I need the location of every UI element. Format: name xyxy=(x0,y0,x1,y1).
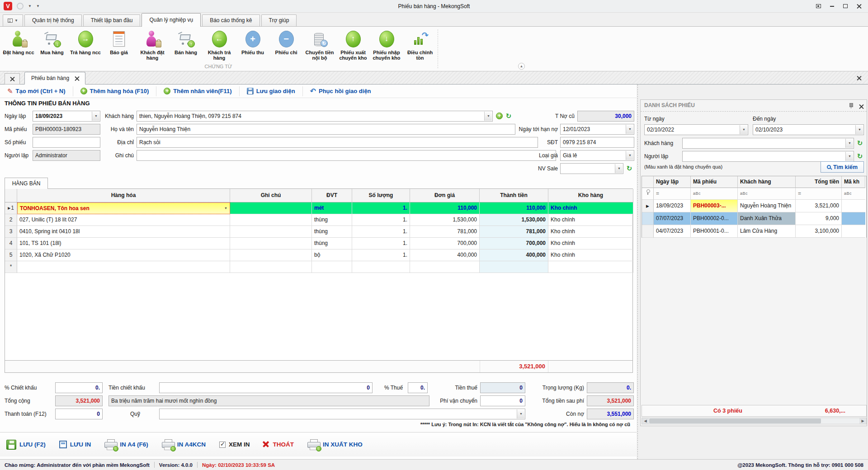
cell-thanh-tien[interactable] xyxy=(480,261,548,273)
refresh-customer-icon[interactable]: ↻ xyxy=(505,111,513,122)
den-ngay-field[interactable]: 02/10/2023 xyxy=(753,124,864,135)
cell-ghi-chu[interactable] xyxy=(230,214,312,226)
list-item[interactable]: 18/09/2023 PBH00003-... Nguyễn Hoàng Thi… xyxy=(642,200,866,212)
save-layout-button[interactable]: Lưu giao diện xyxy=(240,86,303,96)
ribbon-item-tra-hang-ncc[interactable]: Trả hàng ncc xyxy=(69,28,102,61)
cell-don-gia[interactable]: 781,000 xyxy=(410,226,480,238)
ribbon-item-khach-tra-hang[interactable]: Khách trả hàng xyxy=(203,28,236,61)
col-hang-hoa[interactable]: Hàng hóa xyxy=(17,189,230,202)
cell-kho-hang[interactable]: Kho chính xyxy=(548,214,633,226)
menu-tab-quan-ly-nghiep-vu[interactable]: Quản lý nghiệp vụ xyxy=(142,13,201,27)
menu-tab-quan-tri-he-thong[interactable]: Quản trị hệ thống xyxy=(24,14,82,26)
ribbon-item-ban-hang[interactable]: Bán hàng xyxy=(169,28,203,61)
cell-don-gia[interactable]: 1,530,000 xyxy=(410,214,480,226)
close-document-button[interactable] xyxy=(854,74,864,83)
new-row-indicator[interactable]: * xyxy=(5,261,17,273)
cell-ghi-chu[interactable] xyxy=(230,249,312,261)
minimize-button[interactable] xyxy=(826,2,837,10)
add-product-button[interactable]: Thêm hàng hóa (F10) xyxy=(73,86,157,96)
filter-key-cell[interactable] xyxy=(642,188,654,200)
cell-dvt[interactable]: thùng xyxy=(312,238,352,249)
add-staff-button[interactable]: Thêm nhân viên(F11) xyxy=(156,86,239,96)
cell-thanh-tien[interactable]: 700,000 xyxy=(480,238,548,249)
cell-ghi-chu[interactable] xyxy=(230,238,312,249)
thue-field[interactable]: 0. xyxy=(408,382,428,393)
col-ghi-chu[interactable]: Ghi chú xyxy=(230,189,312,202)
ngay-toi-han-field[interactable]: 12/01/2023 xyxy=(560,124,634,135)
col-dvt[interactable]: ĐVT xyxy=(312,189,352,202)
ribbon-item-chuyen-tien-noi-bo[interactable]: Chuyển tiền nội bộ xyxy=(303,28,336,61)
row-indicator[interactable]: 3 xyxy=(5,226,17,238)
cell-so-luong[interactable] xyxy=(352,261,410,273)
ribbon-collapse-button[interactable]: ▲ xyxy=(518,63,525,70)
list-item[interactable]: 07/07/2023 PBH00002-0... Danh Xuân Thửa … xyxy=(642,212,866,225)
cell-kho-hang[interactable]: Kho chính xyxy=(548,238,633,249)
cell-thanh-tien[interactable]: 400,000 xyxy=(480,249,548,261)
filter-cell[interactable]: aBc xyxy=(738,188,796,200)
close-button[interactable] xyxy=(854,2,864,10)
col-tong-tien[interactable]: Tổng tiền xyxy=(796,176,842,188)
col-kho-hang[interactable]: Kho hàng xyxy=(548,189,633,202)
close-all-tabs-button[interactable] xyxy=(5,73,20,85)
cell-ghi-chu[interactable] xyxy=(230,226,312,238)
add-customer-icon[interactable] xyxy=(496,113,503,119)
cell-don-gia[interactable] xyxy=(410,261,480,273)
exit-button[interactable]: THOÁT xyxy=(263,441,294,448)
menu-main-button[interactable]: ▼ xyxy=(3,14,23,26)
filter-cell[interactable]: aBc xyxy=(691,188,738,200)
khach-hang-field[interactable]: thien, Nguyễn Hoàng Thiện, 0979 215 874 xyxy=(137,111,493,122)
menu-tab-tro-giup[interactable]: Trợ giúp xyxy=(261,14,297,26)
menu-tab-bao-cao-thong-ke[interactable]: Báo cáo thống kê xyxy=(202,14,259,26)
col-thanh-tien[interactable]: Thành tiền xyxy=(480,189,548,202)
filter-cell[interactable]: = xyxy=(796,188,842,200)
close-tab-icon[interactable] xyxy=(75,76,79,80)
tab-hang-ban[interactable]: HÀNG BÁN xyxy=(5,178,48,189)
print-warehouse-export-button[interactable]: IN XUẤT KHO xyxy=(307,439,363,450)
filter-cell[interactable]: = xyxy=(654,188,691,200)
col-so-luong[interactable]: Số lượng xyxy=(352,189,410,202)
nv-sale-field[interactable] xyxy=(560,163,623,174)
pin-icon[interactable] xyxy=(849,103,853,108)
ribbon-item-phieu-thu[interactable]: Phiếu thu xyxy=(236,28,269,61)
ho-ten-field[interactable]: Nguyễn Hoàng Thiện xyxy=(137,124,515,135)
cell-dvt[interactable]: thùng xyxy=(312,214,352,226)
row-indicator[interactable]: 1 xyxy=(5,202,17,214)
dia-chi-field[interactable]: Rạch sỏi xyxy=(137,137,538,148)
ribbon-item-phieu-xuat-chuyen-kho[interactable]: Phiếu xuất chuyển kho xyxy=(336,28,370,61)
ghi-chu-field[interactable] xyxy=(137,150,556,161)
cell-thanh-tien[interactable]: 110,000 xyxy=(480,202,548,214)
cell-hang-hoa[interactable]: TONHOASEN, Tôn hoa sen xyxy=(17,202,230,214)
cell-dvt[interactable]: thùng xyxy=(312,226,352,238)
filter-cell[interactable]: aBc xyxy=(842,188,865,200)
print-a4-button[interactable]: IN A4 (F6) xyxy=(104,439,148,450)
cell-dvt[interactable]: bộ xyxy=(312,249,352,261)
cell-don-gia[interactable]: 110,000 xyxy=(410,202,480,214)
pane-divider[interactable] xyxy=(637,85,638,459)
col-khach-hang[interactable]: Khách hàng xyxy=(738,176,796,188)
cell-so-luong[interactable]: 1. xyxy=(352,226,410,238)
loai-gia-field[interactable]: Giá lẻ xyxy=(560,150,634,161)
scrollbar-thumb[interactable] xyxy=(649,418,821,423)
ribbon-item-dat-hang-ncc[interactable]: Đặt hàng ncc xyxy=(2,28,35,61)
cell-hang-hoa[interactable]: 0410, Spring int 0410 18l xyxy=(17,226,230,238)
cell-kho-hang[interactable] xyxy=(548,261,633,273)
chiet-khau-field[interactable]: 0. xyxy=(55,382,103,393)
cell-thanh-tien[interactable]: 781,000 xyxy=(480,226,548,238)
maximize-button[interactable] xyxy=(840,2,851,10)
tien-chiet-khau-field[interactable]: 0 xyxy=(159,382,373,393)
cell-kho-hang[interactable]: Kho chính xyxy=(548,226,633,238)
tu-ngay-field[interactable]: 02/10/2022 xyxy=(644,124,748,135)
save-print-button[interactable]: LƯU IN xyxy=(59,441,91,448)
cell-ghi-chu[interactable] xyxy=(230,202,312,214)
cell-so-luong[interactable]: 1. xyxy=(352,238,410,249)
scroll-right-icon[interactable]: ▶ xyxy=(859,418,866,424)
ribbon-item-phieu-chi[interactable]: Phiếu chi xyxy=(269,28,303,61)
cell-don-gia[interactable]: 700,000 xyxy=(410,238,480,249)
row-indicator[interactable]: 4 xyxy=(5,238,17,249)
tab-phieu-ban-hang[interactable]: Phiếu bán hàng xyxy=(24,72,85,85)
cell-dvt[interactable]: mét xyxy=(312,202,352,214)
cell-so-luong[interactable]: 1. xyxy=(352,249,410,261)
ribbon-item-phieu-nhap-chuyen-kho[interactable]: Phiếu nhập chuyển kho xyxy=(370,28,403,61)
col-ngay-lap[interactable]: Ngày lập xyxy=(654,176,691,188)
sdt-field[interactable]: 0979 215 874 xyxy=(560,137,634,148)
